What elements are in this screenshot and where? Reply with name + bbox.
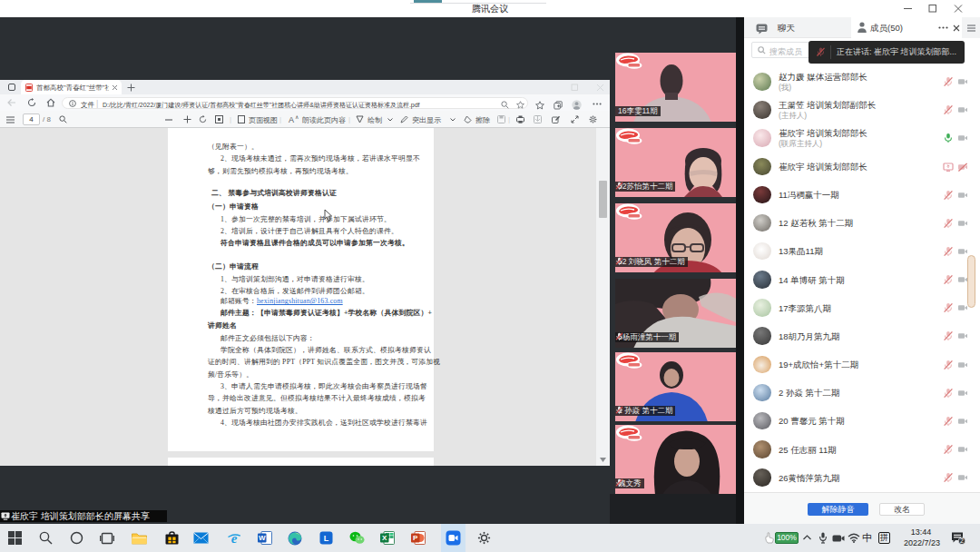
svg-text:L: L bbox=[323, 534, 328, 543]
svg-text:2: 2 bbox=[960, 537, 964, 544]
svg-text:e: e bbox=[230, 531, 237, 546]
svg-text:X: X bbox=[382, 534, 387, 542]
svg-text:P: P bbox=[413, 534, 418, 542]
svg-text:W: W bbox=[258, 534, 265, 542]
